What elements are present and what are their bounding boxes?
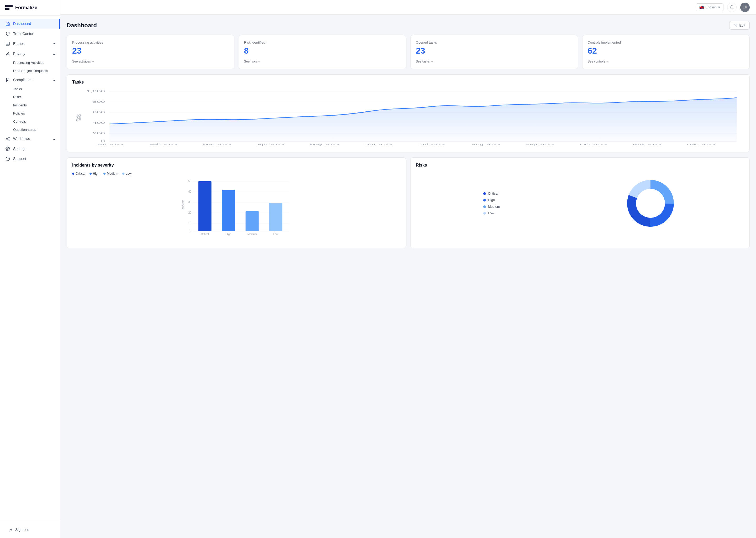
- svg-text:Medium: Medium: [248, 233, 257, 236]
- svg-text:0: 0: [101, 140, 105, 143]
- stat-link[interactable]: See risks →: [244, 60, 261, 63]
- stat-link[interactable]: See controls →: [588, 60, 609, 63]
- stat-link[interactable]: See activities →: [72, 60, 95, 63]
- sidebar-bottom: Sign out: [0, 521, 60, 538]
- svg-point-10: [9, 137, 10, 138]
- sidebar-item-risks[interactable]: Risks: [0, 93, 60, 101]
- stat-card-2: Opened tasks 23 See tasks →: [410, 35, 578, 69]
- stat-label: Controls implemented: [588, 40, 744, 44]
- sidebar-item-controls[interactable]: Controls: [0, 117, 60, 126]
- language-selector[interactable]: 🇬🇧 English ▾: [696, 3, 724, 11]
- svg-rect-56: [199, 181, 212, 231]
- svg-text:Critical: Critical: [201, 233, 209, 236]
- svg-text:Incidents: Incidents: [182, 200, 185, 210]
- svg-text:Nov 2023: Nov 2023: [633, 143, 661, 146]
- sidebar-item-questionnaires[interactable]: Questionnaires: [0, 126, 60, 134]
- svg-text:200: 200: [93, 132, 105, 135]
- svg-text:40: 40: [188, 190, 191, 193]
- svg-text:May 2023: May 2023: [310, 143, 339, 146]
- svg-text:Aug 2023: Aug 2023: [471, 143, 500, 146]
- stat-label: Opened tasks: [416, 40, 573, 44]
- sidebar-item-privacy[interactable]: Privacy ▴: [0, 49, 60, 59]
- workflow-icon: [5, 136, 10, 141]
- incidents-chart-title: Incidents by severity: [72, 163, 401, 168]
- sidebar-item-label: Support: [13, 157, 26, 161]
- stat-link[interactable]: See tasks →: [416, 60, 434, 63]
- svg-text:1,000: 1,000: [86, 90, 105, 93]
- edit-icon: [734, 24, 737, 27]
- risks-chart-title: Risks: [416, 163, 744, 168]
- svg-text:50: 50: [188, 180, 191, 183]
- sidebar-item-policies[interactable]: Policies: [0, 109, 60, 117]
- stat-value: 8: [244, 46, 401, 56]
- svg-line-13: [7, 139, 8, 140]
- sidebar-item-tasks[interactable]: Tasks: [0, 85, 60, 93]
- donut-legend-item: Medium: [483, 205, 500, 209]
- notifications-button[interactable]: [727, 3, 736, 12]
- chevron-up-icon: ▴: [53, 78, 55, 82]
- sidebar-item-compliance[interactable]: Compliance ▴: [0, 75, 60, 85]
- sidebar-item-settings[interactable]: Settings: [0, 144, 60, 154]
- chevron-down-icon: ▾: [718, 5, 720, 9]
- sidebar-item-label: Privacy: [13, 51, 25, 56]
- stat-value: 23: [416, 46, 573, 56]
- sign-out-button[interactable]: Sign out: [5, 525, 32, 534]
- sidebar-item-entries[interactable]: Entries ▾: [0, 39, 60, 49]
- svg-text:30: 30: [188, 201, 191, 204]
- incidents-chart-section: Incidents by severity CriticalHighMedium…: [67, 157, 406, 248]
- svg-rect-58: [246, 211, 259, 231]
- svg-point-14: [7, 148, 8, 149]
- logo[interactable]: Formalize: [0, 0, 60, 16]
- sidebar-item-label: Settings: [13, 146, 26, 151]
- svg-text:800: 800: [93, 100, 105, 103]
- table-icon: [5, 41, 10, 46]
- stat-card-1: Risk identified 8 See risks →: [239, 35, 406, 69]
- risks-legend: CriticalHighMediumLow: [483, 191, 500, 215]
- svg-point-11: [9, 140, 10, 140]
- sidebar-item-trust-center[interactable]: Trust Center: [0, 28, 60, 39]
- svg-text:Oct 2023: Oct 2023: [580, 143, 607, 146]
- svg-text:20: 20: [188, 211, 191, 214]
- donut-container: CriticalHighMediumLow: [416, 172, 744, 235]
- sidebar-item-incidents[interactable]: Incidents: [0, 101, 60, 109]
- user-avatar[interactable]: LH: [740, 3, 750, 12]
- sign-out-icon: [8, 527, 13, 532]
- svg-text:400: 400: [93, 121, 105, 124]
- svg-line-12: [7, 138, 8, 139]
- svg-point-9: [6, 138, 7, 139]
- user-icon: [5, 51, 10, 56]
- svg-text:0: 0: [190, 230, 191, 233]
- donut-legend-item: High: [483, 198, 500, 202]
- legend-item: High: [89, 172, 100, 176]
- svg-text:Mar 2023: Mar 2023: [203, 143, 231, 146]
- sidebar-item-data-subject-requests[interactable]: Data Subject Requests: [0, 67, 60, 75]
- svg-rect-59: [269, 203, 282, 231]
- sidebar-item-processing-activities[interactable]: Processing Activities: [0, 59, 60, 67]
- chevron-up-icon: ▴: [53, 52, 55, 55]
- page-header: Dashboard Edit: [67, 21, 750, 30]
- main-content: 🇬🇧 English ▾ LH Dashboard Edit Processin…: [60, 0, 756, 538]
- incidents-bar-chart: 50 40 30 20 10 0 Incidents: [72, 179, 401, 242]
- sidebar-nav: Dashboard Trust Center Entries ▾ Privacy…: [0, 16, 60, 521]
- svg-text:Dec 2023: Dec 2023: [686, 143, 715, 146]
- edit-button[interactable]: Edit: [729, 21, 750, 30]
- svg-text:Sep 2023: Sep 2023: [525, 143, 554, 146]
- chevron-up-icon: ▴: [53, 137, 55, 140]
- sidebar-item-workflows[interactable]: Workflows ▴: [0, 134, 60, 144]
- stat-cards: Processing activities 23 See activities …: [67, 35, 750, 69]
- sidebar-item-label: Dashboard: [13, 22, 31, 26]
- svg-point-68: [639, 191, 662, 215]
- bottom-row: Incidents by severity CriticalHighMedium…: [67, 157, 750, 253]
- sidebar-item-support[interactable]: Support: [0, 154, 60, 164]
- svg-point-4: [7, 52, 8, 54]
- content-area: Dashboard Edit Processing activities 23 …: [60, 15, 756, 538]
- risks-donut-chart: [624, 177, 677, 230]
- topbar: 🇬🇧 English ▾ LH: [60, 0, 756, 15]
- svg-text:Low: Low: [273, 233, 278, 236]
- sidebar-item-label: Entries: [13, 41, 25, 46]
- bell-icon: [730, 5, 734, 10]
- stat-label: Processing activities: [72, 40, 229, 44]
- svg-text:Feb 2023: Feb 2023: [149, 143, 177, 146]
- donut-legend-item: Critical: [483, 191, 500, 195]
- sidebar-item-dashboard[interactable]: Dashboard: [0, 19, 60, 28]
